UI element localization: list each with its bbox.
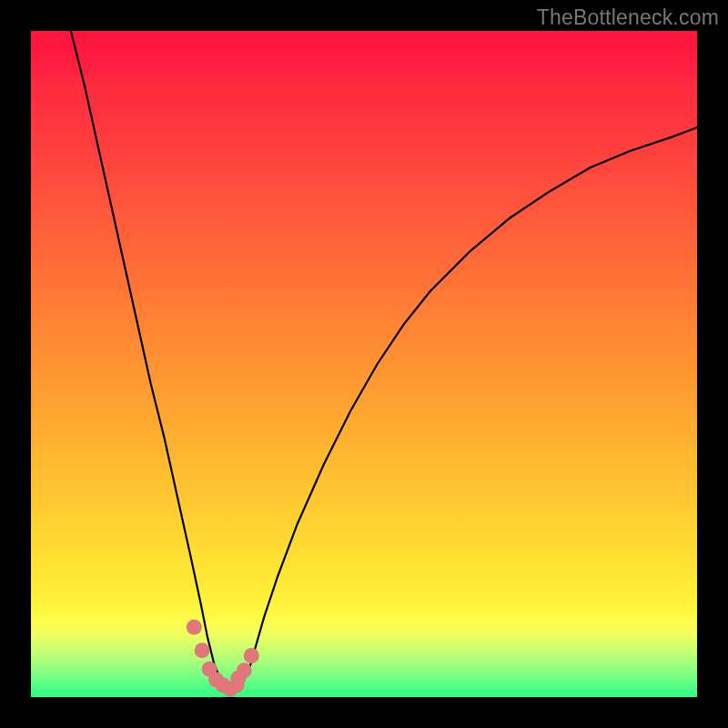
chart-frame: TheBottleneck.com xyxy=(0,0,728,728)
highlight-dot xyxy=(244,648,259,663)
highlight-dot xyxy=(195,642,210,658)
highlight-dot xyxy=(237,662,252,678)
chart-svg xyxy=(31,31,697,697)
plot-area xyxy=(31,31,697,697)
bottleneck-curve xyxy=(71,31,697,691)
highlight-dot xyxy=(187,620,202,635)
watermark-text: TheBottleneck.com xyxy=(537,5,719,30)
highlight-dots xyxy=(187,620,259,697)
